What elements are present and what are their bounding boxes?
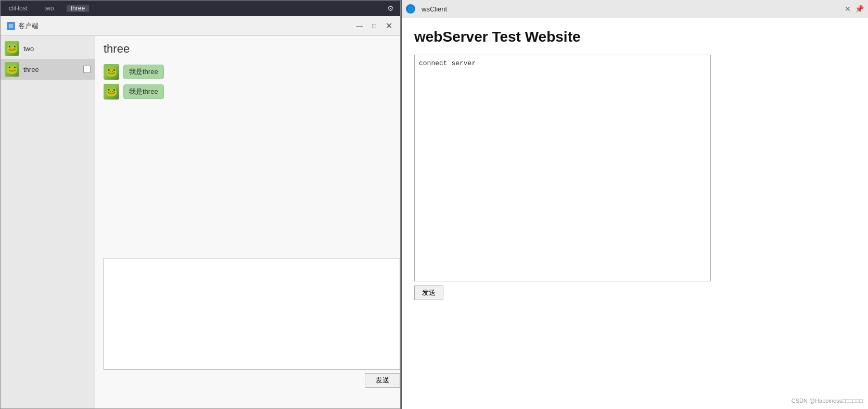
- messages-area: 我是three 我是three: [95, 60, 400, 258]
- msg-bubble-2: 我是three: [123, 84, 164, 99]
- avatar-three: [5, 62, 19, 77]
- window-titlebar: ⊞ 客户端 — □ ✕: [1, 16, 400, 36]
- frog-msg-icon-1: [104, 64, 119, 80]
- titlebar-tabs: cliHost two three: [5, 1, 89, 16]
- titlebar-tab-clihost[interactable]: cliHost: [5, 5, 32, 12]
- chat-input[interactable]: [104, 258, 400, 370]
- window-controls: — □ ✕: [354, 21, 394, 31]
- titlebar-settings-icon[interactable]: ⚙: [385, 4, 396, 13]
- main-panel: three 我是three 我是three 发送: [95, 36, 400, 408]
- send-btn-row: 发送: [95, 370, 400, 391]
- browser-favicon: 🌐: [406, 4, 415, 14]
- left-send-button[interactable]: 发送: [365, 373, 400, 388]
- browser-titlebar: 🌐 wsClient ✕ 📌: [402, 0, 868, 18]
- ws-send-button[interactable]: 发送: [414, 286, 443, 300]
- sidebar-checkbox-three[interactable]: [83, 66, 91, 73]
- sidebar-label-two: two: [23, 45, 91, 53]
- left-content: two three three 我是three: [1, 36, 400, 408]
- message-2: 我是three: [104, 84, 392, 100]
- frog-icon-three: [5, 62, 19, 77]
- minimize-button[interactable]: —: [354, 21, 365, 31]
- msg-bubble-1: 我是three: [123, 65, 164, 79]
- message-1: 我是three: [104, 64, 392, 80]
- msg-avatar-1: [104, 64, 119, 80]
- footer-credit: CSDN @Happiness□□□□□□: [792, 398, 863, 404]
- app-icon: ⊞: [7, 22, 15, 30]
- right-window: 🌐 wsClient ✕ 📌 webServer Test Website co…: [401, 0, 868, 409]
- ws-send-row: 发送: [414, 286, 856, 300]
- browser-tab-close-icon[interactable]: ✕: [843, 5, 853, 13]
- frog-icon-two: [5, 41, 19, 56]
- browser-content: webServer Test Website connect server 发送: [402, 18, 868, 409]
- sidebar-item-three[interactable]: three: [1, 59, 95, 80]
- msg-avatar-2: [104, 84, 119, 100]
- titlebar-controls: ⚙: [385, 4, 396, 13]
- ws-message-area[interactable]: connect server: [414, 55, 711, 281]
- browser-tab-pin-icon[interactable]: 📌: [855, 5, 864, 13]
- browser-tab-label[interactable]: wsClient: [417, 5, 840, 13]
- maximize-button[interactable]: □: [369, 21, 379, 31]
- window-title-left: ⊞ 客户端: [7, 21, 39, 31]
- avatar-two: [5, 41, 19, 56]
- frog-msg-icon-2: [104, 84, 119, 100]
- web-page-title: webServer Test Website: [414, 29, 856, 45]
- sidebar-item-two[interactable]: two: [1, 38, 95, 59]
- sidebar-label-three: three: [23, 66, 79, 73]
- sidebar: two three: [1, 36, 95, 408]
- os-titlebar: cliHost two three ⚙: [1, 1, 400, 16]
- chat-header: three: [95, 36, 400, 60]
- titlebar-tab-two[interactable]: two: [40, 5, 58, 12]
- close-button[interactable]: ✕: [384, 21, 394, 31]
- left-window: cliHost two three ⚙ ⊞ 客户端 — □ ✕ two: [0, 0, 401, 409]
- titlebar-tab-three[interactable]: three: [67, 5, 89, 12]
- window-title-text: 客户端: [18, 21, 39, 31]
